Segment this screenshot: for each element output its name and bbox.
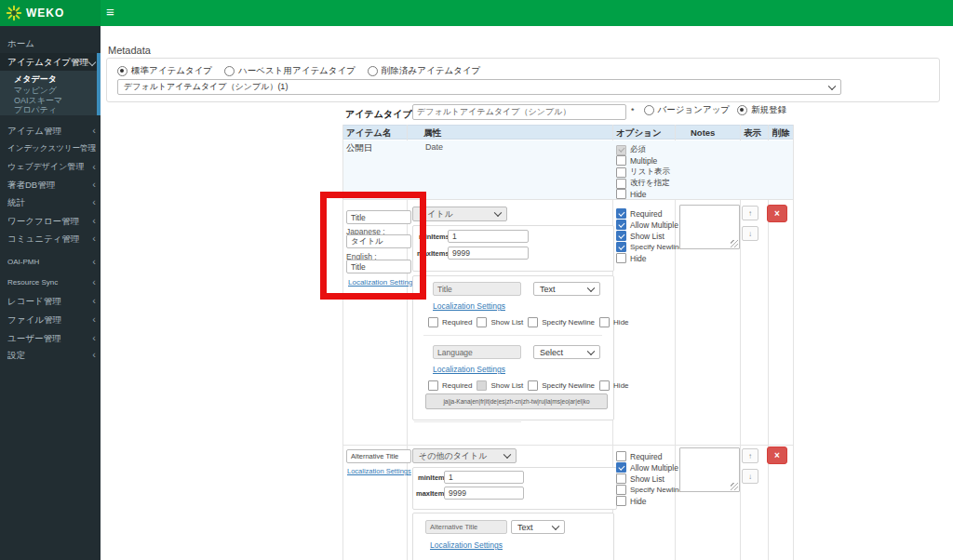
max-items-input[interactable]: 9999 (448, 247, 529, 260)
move-down-button[interactable]: ↓ (742, 469, 758, 484)
title-name-input[interactable]: Title (346, 210, 411, 224)
sidebar-item-workflow[interactable]: ワークフロー管理‹ (0, 212, 101, 230)
sub-language-localization-link[interactable]: Localization Settings (433, 365, 505, 374)
weko-logo[interactable]: WEKO (0, 0, 101, 26)
checkbox-list-display[interactable] (616, 167, 626, 178)
col-header-attribute: 属性 (423, 127, 441, 140)
sub-title-type-select[interactable]: Text (533, 282, 600, 296)
sub-alt-localization-link[interactable]: Localization Settings (430, 540, 503, 550)
alt-max-items-input[interactable]: 9999 (444, 487, 524, 500)
title-english-input[interactable]: Title (346, 260, 411, 273)
col-header-delete: 削除 (772, 127, 790, 140)
sidebar-item-authordb[interactable]: 著者DB管理‹ (0, 176, 101, 193)
checkbox-allow-multiple[interactable] (616, 220, 626, 230)
alt-title-name-input[interactable]: Alternative Title (346, 449, 411, 463)
move-up-button[interactable]: ↑ (742, 206, 758, 220)
checkbox-show-list[interactable] (616, 473, 626, 484)
sidebar-subitem-property[interactable]: プロパティ (0, 104, 97, 115)
sidebar-item-resource-sync[interactable]: Resource Sync‹ (0, 273, 101, 291)
alt-notes-textarea[interactable] (679, 447, 740, 492)
checkbox-required[interactable] (616, 451, 626, 461)
option-label: Required (630, 209, 663, 219)
checkbox-specify-newline[interactable] (528, 317, 538, 327)
option-label: Allow Multiple (630, 463, 678, 473)
sidebar-item-indextree[interactable]: インデックスツリー管理‹ (0, 140, 101, 157)
alt-min-items-input[interactable]: 1 (444, 471, 524, 484)
sub-title-localization-link[interactable]: Localization Settings (433, 301, 505, 311)
itemtype-select[interactable]: デフォルトアイテムタイプ（シンプル）(1) (117, 79, 841, 95)
chevron-down-icon (552, 522, 559, 529)
radio-icon (737, 105, 747, 115)
checkbox-hide[interactable] (599, 317, 610, 327)
radio-version-up[interactable]: バージョンアップ (644, 104, 731, 116)
chevron-left-icon: ‹ (92, 212, 96, 230)
weko-starburst-icon (6, 5, 22, 21)
checkbox-hide[interactable] (616, 253, 626, 263)
sidebar-item-statistics[interactable]: 統計‹ (0, 193, 101, 211)
title-japanese-input[interactable]: タイトル (346, 234, 411, 248)
sidebar-item-community[interactable]: コミュニティ管理‹ (0, 230, 101, 247)
title-attribute-select[interactable]: タイトル (412, 207, 507, 221)
sidebar-subitem-metadata[interactable]: メタデータ (0, 73, 97, 85)
checkbox-required[interactable] (616, 208, 626, 219)
option-label: Specify Newline (630, 243, 683, 251)
checkbox-show-list[interactable] (616, 231, 626, 241)
radio-new-registration[interactable]: 新規登録 (737, 104, 786, 116)
option-label: Hide (630, 190, 646, 199)
row-pubdate (343, 140, 793, 199)
checkbox-show-list[interactable] (476, 317, 487, 327)
table-border (342, 445, 793, 446)
required-asterisk: * (631, 106, 635, 115)
sidebar-item-item-mgmt[interactable]: アイテム管理‹ (0, 122, 101, 140)
checkbox-specify-newline[interactable] (528, 380, 538, 391)
sidebar-item-record-mgmt[interactable]: レコード管理‹ (0, 292, 101, 310)
sub-language-type-select[interactable]: Select (533, 345, 600, 359)
radio-deleted-itemtype[interactable]: 削除済みアイテムタイプ (368, 65, 480, 77)
checkbox-specify-newline[interactable] (616, 485, 626, 495)
language-codes-button[interactable]: ja|ja-Kana|en|fr|it|de|es|zh-cn|zh-tw|ru… (425, 393, 608, 409)
checkbox-required[interactable] (428, 317, 438, 327)
chevron-down-icon (494, 209, 502, 217)
sidebar-item-oai-pmh[interactable]: OAI-PMH‹ (0, 253, 101, 271)
top-navbar (0, 0, 953, 26)
sidebar-item-webdesign[interactable]: ウェブデザイン管理‹ (0, 158, 101, 176)
checkbox-required[interactable] (428, 380, 438, 391)
checkbox-hide[interactable] (599, 380, 610, 391)
chevron-left-icon: ‹ (92, 273, 96, 291)
option-label: 必須 (630, 144, 646, 155)
sub-alt-type-select[interactable]: Text (511, 520, 565, 534)
weko-admin-metadata-page: WEKO ≡ ホーム アイテムタイプ管理 メタデータ マッピング OAIスキーマ… (0, 0, 953, 560)
option-label: Required (630, 452, 663, 461)
checkbox-show-list-disabled (476, 380, 487, 391)
sidebar-item-home[interactable]: ホーム (0, 34, 101, 52)
checkbox-hide[interactable] (616, 496, 626, 506)
delete-row-button[interactable]: × (767, 205, 787, 222)
checkbox-specify-newline[interactable] (616, 242, 626, 252)
sidebar-item-itemtype-mgmt[interactable]: アイテムタイプ管理 (0, 53, 101, 71)
radio-harvest-itemtype[interactable]: ハーベスト用アイテムタイプ (224, 65, 356, 77)
alt-title-attribute-select[interactable]: その他のタイトル (412, 448, 517, 463)
sub-title-checks: Required Show List Specify Newline Hide (428, 317, 629, 327)
chevron-left-icon: ‹ (92, 193, 96, 211)
move-down-button[interactable]: ↓ (742, 226, 758, 241)
sidebar-item-file-mgmt[interactable]: ファイル管理‹ (0, 311, 101, 328)
checkbox-specify-newline[interactable] (616, 179, 626, 189)
title-localization-link[interactable]: Localization Settings (348, 278, 416, 287)
sidebar-item-settings[interactable]: 設定‹ (0, 346, 101, 364)
chevron-left-icon: ‹ (92, 176, 96, 193)
move-up-button[interactable]: ↑ (742, 448, 758, 463)
title-notes-textarea[interactable] (679, 205, 740, 249)
checkbox-hide[interactable] (616, 189, 626, 199)
chevron-left-icon: ‹ (92, 230, 96, 247)
radio-standard-itemtype[interactable]: 標準アイテムタイプ (117, 65, 212, 77)
checkbox-multiple[interactable] (616, 155, 626, 166)
checkbox-allow-multiple[interactable] (616, 462, 626, 473)
hamburger-menu-icon[interactable]: ≡ (106, 4, 114, 20)
option-label: Allow Multiple (630, 220, 678, 230)
checkbox-required-disabled[interactable] (616, 145, 626, 155)
alt-title-localization-link[interactable]: Localization Settings (347, 467, 411, 475)
min-items-input[interactable]: 1 (448, 230, 529, 243)
sidebar-item-user-mgmt[interactable]: ユーザー管理‹ (0, 329, 101, 347)
itemtype-name-input[interactable]: デフォルトアイテムタイプ（シンプル） (412, 104, 626, 120)
delete-row-button[interactable]: × (767, 447, 787, 464)
